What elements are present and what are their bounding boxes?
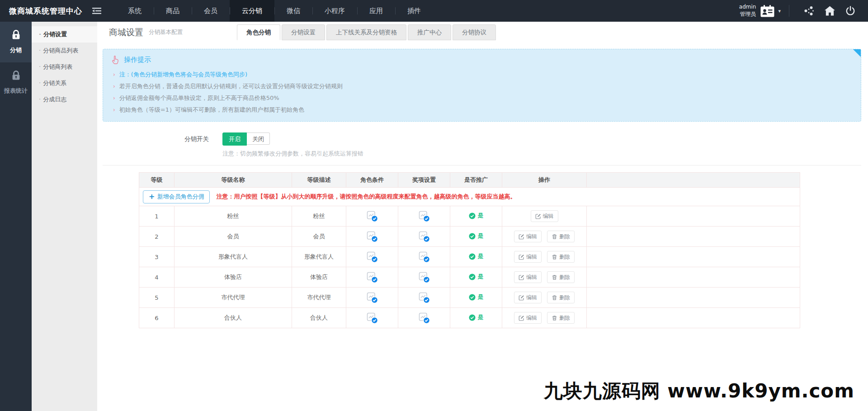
add-role-button-label: 新增会员角色分佣 bbox=[157, 193, 204, 201]
id-card-icon[interactable] bbox=[760, 5, 774, 17]
submenu-item-label: 分销商列表 bbox=[43, 63, 72, 70]
column-header: 是否推广 bbox=[450, 173, 502, 188]
nav-item[interactable]: 小程序 bbox=[312, 0, 357, 22]
delete-button[interactable]: 删除 bbox=[547, 231, 575, 242]
promote-cell: 是 bbox=[450, 308, 502, 328]
chart-check-icon[interactable] bbox=[418, 230, 430, 243]
submenu-item[interactable]: ·分成日志 bbox=[32, 91, 97, 108]
home-icon[interactable] bbox=[824, 5, 835, 16]
chart-check-icon[interactable] bbox=[418, 250, 430, 263]
share-nodes-icon[interactable] bbox=[803, 5, 814, 16]
desc-cell: 合伙人 bbox=[292, 308, 346, 328]
switch-off-button[interactable]: 关闭 bbox=[247, 132, 270, 145]
nav-item[interactable]: 会员 bbox=[192, 0, 230, 22]
add-role-button[interactable]: + 新增会员角色分佣 bbox=[143, 190, 210, 203]
chart-check-icon[interactable] bbox=[366, 271, 378, 283]
lock-icon bbox=[10, 70, 22, 82]
watermark: 九块九源码网 www.9k9ym.com bbox=[544, 378, 854, 404]
table-row: 6 合伙人 合伙人 bbox=[139, 308, 800, 328]
table-notice: 注意：用户按照【等级】从小到大的顺序升级，请按照角色的高级程度来配置角色，越高级… bbox=[217, 193, 516, 200]
submenu-item[interactable]: ·分销商列表 bbox=[32, 59, 97, 75]
nav-item[interactable]: 插件 bbox=[395, 0, 433, 22]
table-action-row: + 新增会员角色分佣 注意：用户按照【等级】从小到大的顺序升级，请按照角色的高级… bbox=[139, 188, 800, 206]
delete-button[interactable]: 删除 bbox=[547, 271, 575, 283]
submenu-item[interactable]: ·分销商品列表 bbox=[32, 43, 97, 59]
lock-icon bbox=[10, 29, 22, 41]
chart-check-icon[interactable] bbox=[366, 230, 378, 243]
empty-cell bbox=[587, 308, 800, 328]
sidebar-submenu: ·分销设置 ·分销商品列表 ·分销商列表 ·分销关系 ·分成日志 bbox=[32, 22, 97, 411]
condition-cell bbox=[346, 288, 398, 308]
promote-value: 是 bbox=[478, 313, 484, 321]
empty-cell bbox=[587, 288, 800, 308]
tab[interactable]: 分销设置 bbox=[282, 24, 325, 40]
power-icon[interactable] bbox=[845, 5, 856, 16]
user-info[interactable]: admin 管理员 bbox=[739, 4, 756, 18]
submenu-item[interactable]: ·分销关系 bbox=[32, 75, 97, 91]
level-cell: 2 bbox=[139, 227, 175, 247]
column-header-empty bbox=[587, 173, 800, 188]
check-circle-icon bbox=[469, 253, 476, 260]
check-circle-icon bbox=[469, 233, 476, 240]
nav-item[interactable]: 云分销 bbox=[230, 0, 274, 22]
column-header: 奖项设置 bbox=[398, 173, 450, 188]
nav-item[interactable]: 应用 bbox=[357, 0, 395, 22]
edit-button[interactable]: 编辑 bbox=[514, 271, 542, 283]
tips-line: 分销返佣金额每个商品单独设定，原则上不高于商品价格50% bbox=[113, 92, 852, 104]
switch-note: 注意：切勿频繁修改分佣参数，容易引起系统运算报错 bbox=[222, 150, 868, 158]
module-label: 分销 bbox=[0, 46, 32, 54]
name-cell: 会员 bbox=[175, 227, 292, 247]
table-row: 1 粉丝 粉丝 bbox=[139, 206, 800, 227]
switch-on-button[interactable]: 开启 bbox=[222, 132, 247, 146]
caret-down-icon[interactable]: ▾ bbox=[778, 8, 781, 14]
tab[interactable]: 分销协议 bbox=[453, 24, 496, 40]
chart-check-icon[interactable] bbox=[418, 210, 430, 222]
user-name: admin bbox=[739, 4, 756, 11]
submenu-item[interactable]: ·分销设置 bbox=[32, 26, 97, 43]
level-cell: 6 bbox=[139, 308, 175, 328]
promote-cell: 是 bbox=[450, 227, 502, 247]
promote-cell: 是 bbox=[450, 267, 502, 288]
topbar-right: admin 管理员 ▾ bbox=[739, 4, 868, 18]
edit-button[interactable]: 编辑 bbox=[514, 292, 542, 303]
edit-button[interactable]: 编辑 bbox=[514, 251, 542, 263]
pencil-icon bbox=[519, 234, 524, 240]
brand-title: 微商城系统管理中心 bbox=[0, 6, 82, 16]
delete-button[interactable]: 删除 bbox=[547, 251, 575, 263]
corner-fold-toggle[interactable] bbox=[853, 49, 861, 57]
submenu-item-label: 分销关系 bbox=[43, 80, 66, 86]
tips-title-row: 操作提示 bbox=[111, 55, 852, 65]
chart-check-icon[interactable] bbox=[366, 210, 378, 222]
edit-button-label: 编辑 bbox=[526, 274, 537, 281]
chart-check-icon[interactable] bbox=[418, 312, 430, 324]
chart-check-icon[interactable] bbox=[366, 291, 378, 304]
bullet-icon: · bbox=[39, 31, 41, 38]
sidebar-module[interactable]: 分销 bbox=[0, 22, 32, 62]
edit-button[interactable]: 编辑 bbox=[531, 210, 558, 222]
pencil-icon bbox=[519, 295, 524, 301]
content-area: 商城设置 分销基本配置 角色分销 分销设置 上下线关系及分销资格 推广中心 分销… bbox=[97, 22, 868, 411]
tab[interactable]: 上下线关系及分销资格 bbox=[326, 24, 406, 40]
edit-button-label: 编辑 bbox=[526, 314, 537, 322]
prize-cell bbox=[398, 206, 450, 227]
edit-button[interactable]: 编辑 bbox=[514, 231, 542, 242]
empty-cell bbox=[587, 227, 800, 247]
tips-line: 若开启角色分销，普通会员启用默认分销规则，还可以去设置分销商等级设定分销规则 bbox=[113, 80, 852, 92]
edit-button[interactable]: 编辑 bbox=[514, 312, 542, 324]
nav-item[interactable]: 系统 bbox=[116, 0, 154, 22]
bullet-icon: · bbox=[39, 47, 41, 54]
delete-button[interactable]: 删除 bbox=[547, 312, 575, 324]
nav-item[interactable]: 商品 bbox=[154, 0, 192, 22]
chart-check-icon[interactable] bbox=[418, 291, 430, 304]
tab[interactable]: 推广中心 bbox=[408, 24, 451, 40]
delete-button[interactable]: 删除 bbox=[547, 292, 575, 303]
chart-check-icon[interactable] bbox=[366, 250, 378, 263]
topbar-divider bbox=[789, 5, 789, 17]
nav-item[interactable]: 微信 bbox=[274, 0, 312, 22]
delete-button-label: 删除 bbox=[559, 233, 570, 241]
chart-check-icon[interactable] bbox=[418, 271, 430, 283]
sidebar-module[interactable]: 报表统计 bbox=[0, 62, 32, 103]
tab[interactable]: 角色分销 bbox=[237, 24, 280, 40]
collapse-menu-icon[interactable] bbox=[92, 7, 102, 15]
chart-check-icon[interactable] bbox=[366, 312, 378, 324]
